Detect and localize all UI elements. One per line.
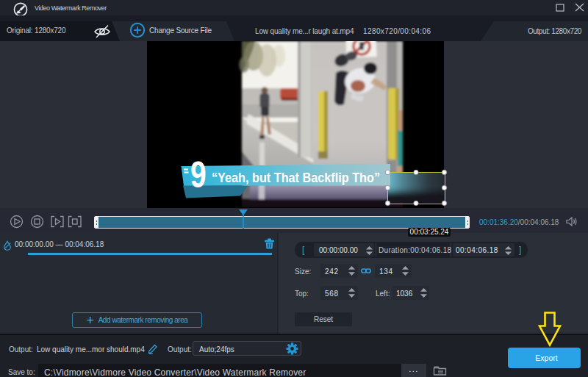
svg-text:9: 9 [190,154,207,195]
svg-text:“Yeah, but That Backflip Tho”: “Yeah, but That Backflip Tho” [212,170,380,185]
